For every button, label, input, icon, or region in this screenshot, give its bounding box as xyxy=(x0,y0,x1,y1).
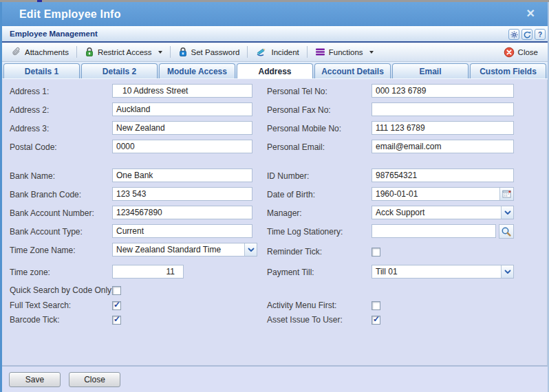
address3-input[interactable] xyxy=(112,121,252,135)
date-of-birth-field[interactable]: 1960-01-01 xyxy=(372,187,514,201)
payment-till-value: Till 01 xyxy=(372,265,501,278)
bank-name-input[interactable] xyxy=(112,168,252,182)
id-number-input[interactable] xyxy=(372,168,514,182)
tab-module-access[interactable]: Module Access xyxy=(159,63,235,78)
tab-details-2[interactable]: Details 2 xyxy=(81,63,158,78)
toolbar-close-button[interactable]: Close xyxy=(499,45,542,60)
incident-button[interactable]: Incident xyxy=(251,45,303,59)
window-close-icon[interactable]: ✕ xyxy=(526,7,535,20)
time-log-stationery-input[interactable] xyxy=(372,224,496,238)
postal-code-input[interactable] xyxy=(112,140,252,153)
quick-search-by-code-only-label: Quick Search by Code Only: xyxy=(10,285,114,295)
tab-label: Address xyxy=(258,67,291,76)
search-icon xyxy=(501,226,512,237)
id-number-label: ID Number: xyxy=(267,171,309,181)
reminder-tick-checkbox[interactable] xyxy=(372,248,380,257)
menu-bars-icon xyxy=(315,47,325,56)
refresh-button[interactable] xyxy=(521,29,532,40)
panel-header: Employee Management ? xyxy=(0,26,549,41)
toolbar-separator xyxy=(76,46,77,58)
asset-issue-to-user-label: Asset Issue To User: xyxy=(267,315,343,325)
functions-label: Functions xyxy=(329,48,363,56)
tab-address[interactable]: Address xyxy=(237,63,313,78)
barcode-tick-checkbox[interactable] xyxy=(112,316,121,325)
calendar-icon[interactable] xyxy=(499,188,513,200)
panel-title: Employee Management xyxy=(10,30,98,38)
restrict-access-button[interactable]: Restrict Access xyxy=(80,45,166,59)
address2-label: Address 2: xyxy=(10,105,49,115)
toolbar-separator xyxy=(247,46,248,58)
chevron-down-icon xyxy=(369,51,374,54)
chevron-down-icon[interactable] xyxy=(501,206,513,219)
window-titlebar: Edit Employee Info ✕ xyxy=(0,2,549,26)
attachments-label: Attachments xyxy=(25,48,69,56)
time-zone-label: Time zone: xyxy=(10,268,50,277)
chevron-down-icon[interactable] xyxy=(244,243,257,256)
address1-input[interactable] xyxy=(112,84,252,98)
activity-menu-first-checkbox[interactable] xyxy=(372,301,380,310)
time-log-stationery-search-button[interactable] xyxy=(499,224,514,239)
attachments-button[interactable]: Attachments xyxy=(7,45,73,59)
quick-search-by-code-only-checkbox[interactable] xyxy=(112,286,121,295)
personal-mobile-no-label: Personal Mobile No: xyxy=(267,124,341,133)
panel-header-buttons: ? xyxy=(508,29,546,40)
set-password-button[interactable]: Set Password xyxy=(174,45,244,59)
personal-fax-no-label: Personal Fax No: xyxy=(267,105,331,115)
personal-tel-no-input[interactable] xyxy=(372,84,514,98)
barcode-tick-label: Barcode Tick: xyxy=(10,315,60,325)
manager-select[interactable]: Acck Support xyxy=(372,206,514,219)
address2-input[interactable] xyxy=(112,102,252,116)
tab-account-details[interactable]: Account Details xyxy=(314,63,391,78)
bank-branch-code-input[interactable] xyxy=(112,187,252,201)
restrict-access-label: Restrict Access xyxy=(98,48,152,56)
tab-label: Account Details xyxy=(321,67,384,76)
bank-account-number-input[interactable] xyxy=(112,206,252,219)
footer-close-button[interactable]: Close xyxy=(69,372,120,387)
paperclip-icon xyxy=(11,47,21,57)
close-circle-icon xyxy=(504,47,515,58)
date-of-birth-label: Date of Birth: xyxy=(267,190,315,199)
bank-branch-code-label: Bank Branch Code: xyxy=(10,190,81,199)
help-icon: ? xyxy=(538,31,542,39)
gear-icon xyxy=(510,31,518,39)
full-text-search-label: Full Text Search: xyxy=(10,301,71,310)
activity-menu-first-label: Activity Menu First: xyxy=(267,301,336,310)
manager-label: Manager: xyxy=(267,208,302,218)
tab-strip: Details 1 Details 2 Module Access Addres… xyxy=(2,62,548,79)
time-zone-name-select[interactable]: New Zealand Standard Time xyxy=(112,243,257,257)
settings-button[interactable] xyxy=(508,29,519,40)
time-log-stationery-label: Time Log Stationery: xyxy=(267,227,343,237)
date-of-birth-value: 1960-01-01 xyxy=(372,188,499,200)
tab-label: Module Access xyxy=(167,67,227,76)
bank-account-type-input[interactable] xyxy=(112,224,252,238)
help-button[interactable]: ? xyxy=(535,29,546,40)
full-text-search-checkbox[interactable] xyxy=(112,301,121,310)
asset-issue-to-user-checkbox[interactable] xyxy=(372,316,380,325)
toolbar: Attachments Restrict Access Set Password… xyxy=(0,43,549,62)
chevron-down-icon[interactable] xyxy=(501,265,513,278)
tab-label: Email xyxy=(419,67,441,76)
time-zone-name-value: New Zealand Standard Time xyxy=(113,243,244,256)
set-password-label: Set Password xyxy=(191,48,240,56)
toolbar-separator xyxy=(307,46,308,58)
time-zone-input[interactable] xyxy=(112,265,184,279)
tab-label: Details 1 xyxy=(25,67,58,76)
bank-name-label: Bank Name: xyxy=(10,171,55,181)
save-button[interactable]: Save xyxy=(9,372,61,387)
address1-label: Address 1: xyxy=(10,87,49,96)
incident-pencil-icon xyxy=(255,47,268,57)
personal-email-input[interactable] xyxy=(372,140,514,153)
personal-fax-no-input[interactable] xyxy=(372,102,514,116)
address3-label: Address 3: xyxy=(10,124,49,133)
payment-till-select[interactable]: Till 01 xyxy=(372,265,514,279)
tab-label: Custom Fields xyxy=(480,67,537,76)
tab-email[interactable]: Email xyxy=(392,63,469,78)
functions-button[interactable]: Functions xyxy=(311,45,378,58)
personal-mobile-no-input[interactable] xyxy=(372,121,514,135)
personal-email-label: Personal Email: xyxy=(267,142,325,152)
lock-blue-icon xyxy=(178,47,188,57)
tab-custom-fields[interactable]: Custom Fields xyxy=(470,63,546,78)
payment-till-label: Payment Till: xyxy=(267,268,314,277)
window-border-left xyxy=(0,2,2,392)
tab-details-1[interactable]: Details 1 xyxy=(3,63,80,78)
